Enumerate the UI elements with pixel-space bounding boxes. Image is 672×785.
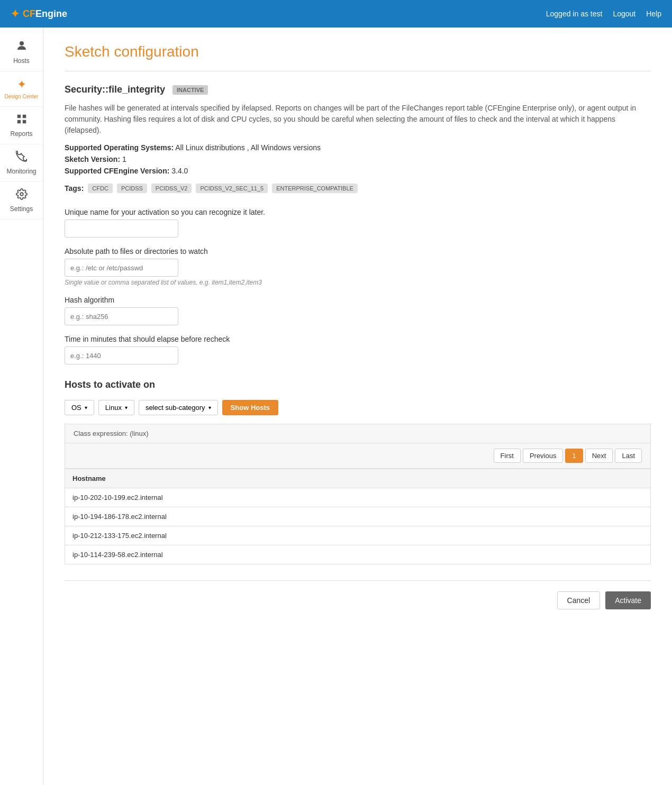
sidebar-item-design-center-label: Design Center	[5, 94, 39, 100]
tag-pcidss: PCIDSS	[117, 184, 147, 193]
layout: Hosts ✦ Design Center Reports Monitoring…	[0, 28, 672, 785]
sidebar-item-monitoring-label: Monitoring	[6, 168, 36, 175]
sidebar-item-design-center[interactable]: ✦ Design Center	[0, 71, 43, 107]
supported-os-value: All Linux distributions , All Windows ve…	[175, 143, 321, 152]
sidebar-item-settings-label: Settings	[10, 205, 33, 213]
table-row: ip-10-202-10-199.ec2.internal	[65, 488, 651, 507]
settings-icon	[16, 188, 28, 203]
os-chevron-icon: ▾	[85, 405, 87, 410]
svg-rect-2	[22, 115, 25, 118]
class-expr-label: Class expression:	[74, 430, 128, 437]
tag-cfdc: CFDC	[88, 184, 113, 193]
linux-filter-label: Linux	[105, 404, 122, 412]
hostname-cell: ip-10-212-133-175.ec2.internal	[65, 526, 651, 545]
class-expression: Class expression: (linux)	[65, 424, 651, 443]
tags-row: Tags: CFDC PCIDSS PCIDSS_V2 PCIDSS_V2_SE…	[65, 184, 651, 193]
host-table: Hostname ip-10-202-10-199.ec2.internal i…	[65, 469, 651, 564]
main-content: Sketch configuration Security::file_inte…	[43, 28, 672, 785]
tag-pcidss-v2: PCIDSS_V2	[151, 184, 192, 193]
svg-rect-1	[17, 115, 20, 118]
pagination: First Previous 1 Next Last	[65, 443, 651, 469]
hosts-title: Hosts to activate on	[65, 379, 651, 390]
tag-pcidss-v2-sec: PCIDSS_V2_SEC_11_5	[196, 184, 268, 193]
sidebar-item-reports-label: Reports	[10, 130, 32, 138]
previous-page-button[interactable]: Previous	[523, 449, 564, 463]
hosts-section: Hosts to activate on OS ▾ Linux ▾ select…	[65, 379, 651, 564]
show-hosts-button[interactable]: Show Hosts	[222, 400, 278, 415]
sketch-supported-os: Supported Operating Systems: All Linux d…	[65, 143, 651, 152]
reports-icon	[16, 113, 28, 128]
sidebar: Hosts ✦ Design Center Reports Monitoring…	[0, 28, 43, 785]
logo: ✦ CFEngine	[11, 7, 67, 20]
first-page-button[interactable]: First	[494, 449, 521, 463]
design-center-icon: ✦	[17, 78, 26, 92]
logged-in-label: Logged in as test	[546, 10, 603, 18]
cfengine-version-value: 3.4.0	[171, 167, 188, 175]
page-title: Sketch configuration	[65, 43, 651, 60]
linux-filter-dropdown[interactable]: Linux ▾	[98, 400, 134, 415]
hosts-icon	[15, 39, 28, 55]
help-link[interactable]: Help	[646, 10, 661, 18]
form-group-unique-name: Unique name for your activation so you c…	[65, 208, 651, 238]
next-page-button[interactable]: Next	[585, 449, 613, 463]
os-filter-label: OS	[71, 404, 81, 412]
sketch-cfengine-version: Supported CFEngine Version: 3.4.0	[65, 167, 651, 175]
sketch-header: Security::file_integrity INACTIVE	[65, 84, 651, 95]
form-group-recheck: Time in minutes that should elapse befor…	[65, 335, 651, 364]
subcategory-filter-dropdown[interactable]: select sub-category ▾	[139, 400, 218, 415]
sidebar-item-monitoring[interactable]: Monitoring	[0, 144, 43, 182]
version-label: Sketch Version:	[65, 155, 120, 163]
footer-actions: Cancel Activate	[65, 591, 651, 609]
watch-path-hint: Single value or comma separated list of …	[65, 279, 651, 286]
sidebar-item-settings[interactable]: Settings	[0, 182, 43, 220]
form-group-hash-algo: Hash algorithm	[65, 296, 651, 325]
sketch-version: Sketch Version: 1	[65, 155, 651, 163]
subcategory-chevron-icon: ▾	[208, 405, 211, 410]
unique-name-label: Unique name for your activation so you c…	[65, 208, 651, 216]
svg-rect-4	[22, 120, 25, 123]
watch-path-input[interactable]	[65, 259, 178, 277]
linux-chevron-icon: ▾	[125, 405, 128, 410]
supported-os-label: Supported Operating Systems:	[65, 143, 174, 152]
logout-link[interactable]: Logout	[613, 10, 635, 18]
form-group-watch-path: Absolute path to files or directories to…	[65, 247, 651, 286]
svg-rect-3	[17, 120, 20, 123]
filter-row: OS ▾ Linux ▾ select sub-category ▾ Show …	[65, 400, 651, 415]
activate-button[interactable]: Activate	[605, 591, 651, 609]
logo-text: CFEngine	[23, 8, 67, 20]
recheck-input[interactable]	[65, 346, 178, 364]
class-expr-value: (linux)	[130, 430, 148, 437]
cancel-button[interactable]: Cancel	[557, 591, 601, 609]
hostname-column-header: Hostname	[65, 469, 651, 488]
page-1-button[interactable]: 1	[565, 449, 583, 463]
hash-algo-label: Hash algorithm	[65, 296, 651, 304]
monitoring-icon	[16, 151, 28, 166]
version-value: 1	[122, 155, 126, 163]
sketch-status-badge: INACTIVE	[172, 85, 208, 95]
hash-algo-input[interactable]	[65, 307, 178, 325]
os-filter-dropdown[interactable]: OS ▾	[65, 400, 94, 415]
cfengine-version-label: Supported CFEngine Version:	[65, 167, 169, 175]
last-page-button[interactable]: Last	[615, 449, 642, 463]
logo-icon: ✦	[11, 7, 20, 20]
table-row: ip-10-212-133-175.ec2.internal	[65, 526, 651, 545]
tags-label: Tags:	[65, 184, 84, 193]
header: ✦ CFEngine Logged in as test Logout Help	[0, 0, 672, 28]
hostname-cell: ip-10-194-186-178.ec2.internal	[65, 507, 651, 526]
watch-path-label: Absolute path to files or directories to…	[65, 247, 651, 255]
unique-name-input[interactable]	[65, 220, 178, 238]
sidebar-item-hosts[interactable]: Hosts	[0, 33, 43, 71]
sketch-description: File hashes will be generated at interva…	[65, 103, 651, 136]
hostname-cell: ip-10-114-239-58.ec2.internal	[65, 545, 651, 564]
hostname-cell: ip-10-202-10-199.ec2.internal	[65, 488, 651, 507]
sidebar-item-hosts-label: Hosts	[13, 57, 30, 65]
divider-top	[65, 71, 651, 71]
tag-enterprise-compatible: ENTERPRISE_COMPATIBLE	[272, 184, 358, 193]
svg-point-5	[20, 193, 23, 196]
footer-divider	[65, 580, 651, 581]
svg-point-0	[20, 41, 24, 45]
recheck-label: Time in minutes that should elapse befor…	[65, 335, 651, 343]
header-right: Logged in as test Logout Help	[546, 10, 661, 18]
table-row: ip-10-194-186-178.ec2.internal	[65, 507, 651, 526]
sidebar-item-reports[interactable]: Reports	[0, 107, 43, 144]
